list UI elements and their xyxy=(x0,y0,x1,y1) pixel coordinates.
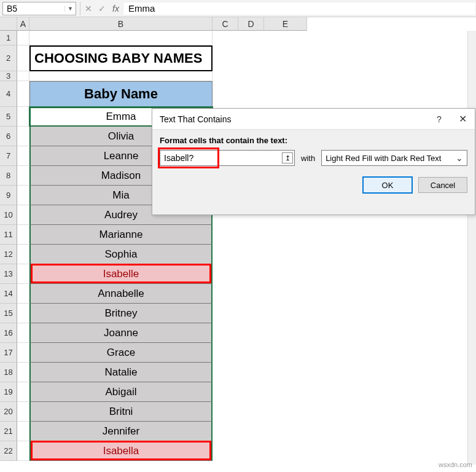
cell-a21[interactable] xyxy=(17,422,29,441)
cell-b21[interactable]: Jennifer xyxy=(29,422,213,441)
row-header-8[interactable]: 8 xyxy=(0,166,17,186)
watermark: wsxdn.com xyxy=(439,461,472,468)
col-header-e[interactable]: E xyxy=(264,17,307,31)
text-contains-dialog: Text That Contains ? ✕ Format cells that… xyxy=(152,108,475,215)
formula-input[interactable] xyxy=(123,2,476,15)
row-header-1[interactable]: 1 xyxy=(0,31,17,45)
criteria-input[interactable] xyxy=(160,150,295,166)
cell-b22[interactable]: Isabella xyxy=(29,441,213,461)
row-header-2[interactable]: 2 xyxy=(0,45,17,71)
row-header-3[interactable]: 3 xyxy=(0,71,17,81)
cell-a4[interactable] xyxy=(17,81,29,107)
accept-formula-icon: ✓ xyxy=(95,4,109,14)
col-header-c[interactable]: C xyxy=(213,17,238,31)
cell-a20[interactable] xyxy=(17,402,29,422)
row-header-7[interactable]: 7 xyxy=(0,146,17,166)
dialog-titlebar[interactable]: Text That Contains ? ✕ xyxy=(152,109,475,130)
cell-b20[interactable]: Britni xyxy=(29,402,213,422)
cell-a1[interactable] xyxy=(17,31,29,45)
cell-a15[interactable] xyxy=(17,304,29,323)
cell-a9[interactable] xyxy=(17,186,29,205)
cell-a8[interactable] xyxy=(17,166,29,186)
cell-a17[interactable] xyxy=(17,343,29,363)
col-header-b[interactable]: B xyxy=(29,17,213,31)
cell-b18[interactable]: Natalie xyxy=(29,363,213,382)
cell-b14[interactable]: Annabelle xyxy=(29,284,213,304)
close-icon[interactable]: ✕ xyxy=(450,113,475,125)
row-header-14[interactable]: 14 xyxy=(0,284,17,304)
cell-a12[interactable] xyxy=(17,245,29,264)
cell-b13[interactable]: Isabelle xyxy=(29,264,213,284)
format-select[interactable]: Light Red Fill with Dark Red Text xyxy=(321,150,467,166)
highlight-ring xyxy=(31,441,211,460)
cell-a14[interactable] xyxy=(17,284,29,304)
range-selector-icon[interactable]: ↥ xyxy=(282,152,293,163)
row-header-22[interactable]: 22 xyxy=(0,441,17,461)
criteria-field-wrap: ↥ xyxy=(160,150,295,166)
row-header-16[interactable]: 16 xyxy=(0,323,17,343)
format-select-value: Light Red Fill with Dark Red Text xyxy=(326,154,441,163)
dialog-instruction: Format cells that contain the text: xyxy=(160,136,467,145)
name-box-value: B5 xyxy=(3,4,64,14)
cell-b16[interactable]: Joanne xyxy=(29,323,213,343)
row-header-15[interactable]: 15 xyxy=(0,304,17,323)
cell-a13[interactable] xyxy=(17,264,29,284)
cell-b15[interactable]: Britney xyxy=(29,304,213,323)
name-box-dropdown-icon[interactable]: ▼ xyxy=(64,6,76,12)
cell-b11[interactable]: Marianne xyxy=(29,225,213,245)
cell-b19[interactable]: Abigail xyxy=(29,382,213,402)
row-header-18[interactable]: 18 xyxy=(0,363,17,382)
highlight-ring xyxy=(31,264,211,283)
cell-a16[interactable] xyxy=(17,323,29,343)
row-header-19[interactable]: 19 xyxy=(0,382,17,402)
help-icon[interactable]: ? xyxy=(428,114,450,124)
vertical-scrollbar[interactable] xyxy=(467,31,476,465)
row-header-5[interactable]: 5 xyxy=(0,107,17,127)
formula-bar: B5 ▼ ✕ ✓ fx xyxy=(0,0,476,17)
cell-a2[interactable] xyxy=(17,45,29,71)
row-header-11[interactable]: 11 xyxy=(0,225,17,245)
dialog-title: Text That Contains xyxy=(152,114,428,124)
row-header-13[interactable]: 13 xyxy=(0,264,17,284)
row-header-4[interactable]: 4 xyxy=(0,81,17,107)
fx-icon[interactable]: fx xyxy=(109,4,123,14)
cell-b17[interactable]: Grace xyxy=(29,343,213,363)
with-label: with xyxy=(301,154,315,163)
cancel-button[interactable]: Cancel xyxy=(418,177,467,193)
cell-a22[interactable] xyxy=(17,441,29,461)
cell-a18[interactable] xyxy=(17,363,29,382)
cancel-formula-icon: ✕ xyxy=(82,4,95,14)
select-all-corner[interactable] xyxy=(0,17,17,31)
cell-a6[interactable] xyxy=(17,127,29,146)
cell-a7[interactable] xyxy=(17,146,29,166)
ok-button[interactable]: OK xyxy=(363,177,412,193)
cell-a3[interactable] xyxy=(17,71,29,81)
name-box[interactable]: B5 ▼ xyxy=(2,2,76,15)
row-header-6[interactable]: 6 xyxy=(0,127,17,146)
divider xyxy=(80,2,80,15)
row-header-17[interactable]: 17 xyxy=(0,343,17,363)
row-header-20[interactable]: 20 xyxy=(0,402,17,422)
cell-b3[interactable] xyxy=(29,71,213,81)
cell-a5[interactable] xyxy=(17,107,29,127)
row-header-21[interactable]: 21 xyxy=(0,422,17,441)
cell-b12[interactable]: Sophia xyxy=(29,245,213,264)
cell-a11[interactable] xyxy=(17,225,29,245)
row-header-9[interactable]: 9 xyxy=(0,186,17,205)
spreadsheet-grid: A B C D E 12CHOOSING BABY NAMES34Baby Na… xyxy=(0,17,476,461)
cell-b2[interactable]: CHOOSING BABY NAMES xyxy=(29,45,213,71)
col-header-d[interactable]: D xyxy=(238,17,264,31)
cell-a19[interactable] xyxy=(17,382,29,402)
cell-b1[interactable] xyxy=(29,31,213,45)
row-header-10[interactable]: 10 xyxy=(0,205,17,225)
col-header-a[interactable]: A xyxy=(17,17,29,31)
cell-b4[interactable]: Baby Name xyxy=(29,81,213,107)
cell-a10[interactable] xyxy=(17,205,29,225)
row-header-12[interactable]: 12 xyxy=(0,245,17,264)
